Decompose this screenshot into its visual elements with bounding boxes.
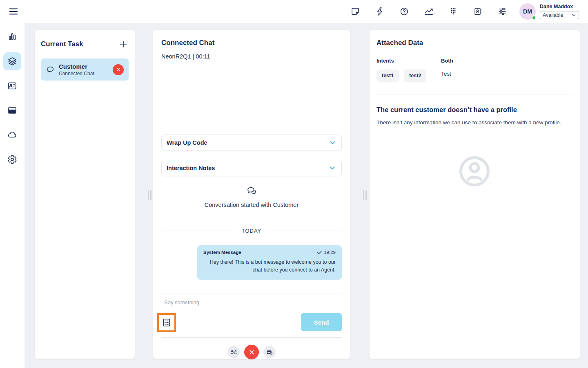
bar-chart-icon	[7, 32, 17, 42]
chat-bubble-icon	[46, 65, 55, 74]
workspace: Current Task Customer Connected Chat	[24, 23, 588, 368]
close-icon	[116, 67, 121, 72]
message-sender: System Message	[203, 250, 241, 255]
help-button[interactable]	[399, 7, 409, 16]
status-dot	[532, 16, 536, 20]
both-label: Both	[441, 58, 453, 64]
panel-resize-handle[interactable]	[148, 190, 151, 200]
delivered-check-icon	[317, 251, 322, 254]
attached-data-grid: Intents test1 test2 Both Test	[376, 58, 572, 82]
help-icon	[400, 7, 409, 16]
rail-item-apps-window[interactable]	[3, 101, 21, 119]
mask-icon	[266, 349, 273, 356]
day-divider: TODAY	[161, 228, 342, 234]
rail-item-cloud[interactable]	[3, 126, 21, 144]
rail-item-metrics[interactable]	[3, 28, 21, 46]
chevron-down-icon	[571, 13, 576, 18]
hamburger-menu-button[interactable]	[7, 4, 20, 18]
chevron-down-icon	[328, 164, 336, 172]
mask-button[interactable]	[263, 346, 276, 358]
gear-icon	[7, 155, 17, 164]
filters-button[interactable]	[497, 7, 507, 16]
end-chat-button[interactable]	[244, 345, 259, 359]
profile-placeholder	[458, 155, 491, 188]
notes-icon	[351, 7, 360, 16]
plus-icon	[119, 40, 128, 49]
divider	[161, 294, 342, 294]
close-icon	[249, 349, 255, 355]
task-type: Connected Chat	[59, 71, 113, 76]
no-profile-title: The current customer doesn’t have a prof…	[376, 106, 572, 114]
avatar-initials: DM	[523, 8, 532, 15]
dialpad-button[interactable]	[448, 7, 458, 16]
user-circle-icon	[458, 155, 491, 188]
layers-icon	[7, 56, 17, 66]
chat-meta: NeonR2Q1 | 00:11	[161, 53, 342, 60]
connected-chat-panel: Connected Chat NeonR2Q1 | 00:11 Wrap Up …	[153, 30, 350, 359]
user-name: Dane Maddox	[540, 4, 579, 9]
hamburger-icon	[8, 6, 19, 17]
contact-card-icon	[7, 81, 17, 91]
send-button[interactable]: Send	[301, 313, 342, 331]
window-icon	[7, 105, 17, 115]
conversation-start: Conversation started with Customer	[153, 186, 350, 208]
day-divider-label: TODAY	[242, 228, 262, 234]
intent-chip: test1	[376, 70, 399, 82]
message-text: Hey there! This is a bot message to welc…	[203, 258, 336, 274]
conversation-bubbles-icon	[246, 186, 257, 197]
task-name: Customer	[59, 63, 113, 70]
transfer-button[interactable]	[227, 346, 240, 358]
say-something-input[interactable]	[164, 298, 336, 307]
task-card-customer[interactable]: Customer Connected Chat	[41, 58, 129, 81]
current-task-title: Current Task	[41, 40, 83, 48]
lightning-icon	[375, 7, 384, 16]
annotation-highlight-box	[157, 313, 176, 332]
message-time: 19:29	[324, 250, 336, 255]
sliders-icon	[497, 7, 507, 16]
dialpad-icon	[449, 7, 458, 16]
chat-actions	[153, 345, 350, 359]
rail-item-contact-card[interactable]	[3, 77, 21, 95]
chat-title: Connected Chat	[161, 39, 342, 47]
rail-item-interactions[interactable]	[3, 52, 21, 70]
message-templates-button[interactable]	[160, 316, 173, 329]
attached-data-panel: Attached Data Intents test1 test2 Both T…	[370, 30, 580, 359]
wrap-up-code-dropdown[interactable]: Wrap Up Code	[161, 135, 342, 151]
conversation-start-text: Conversation started with Customer	[153, 202, 350, 208]
cloud-icon	[7, 130, 17, 140]
system-message-bubble: System Message 19:29 Hey there! This is …	[197, 245, 342, 280]
address-book-button[interactable]	[473, 7, 483, 16]
notes-button[interactable]	[350, 7, 360, 16]
address-book-icon	[473, 7, 482, 16]
both-value: Test	[441, 71, 453, 77]
topbar-actions: DM Dane Maddox Available	[336, 3, 579, 20]
interaction-notes-label: Interaction Notes	[167, 165, 215, 171]
rail-item-settings[interactable]	[3, 150, 21, 168]
quick-actions-button[interactable]	[375, 7, 385, 16]
intents-label: Intents	[376, 58, 441, 64]
analytics-button[interactable]	[424, 7, 434, 16]
chevron-down-icon	[328, 139, 336, 147]
interaction-notes-dropdown[interactable]: Interaction Notes	[161, 160, 342, 176]
divider	[376, 94, 572, 94]
add-task-button[interactable]	[118, 39, 129, 49]
message-status: 19:29	[317, 250, 336, 255]
panel-resize-handle[interactable]	[363, 190, 367, 200]
form-list-icon	[162, 318, 172, 328]
attached-data-title: Attached Data	[376, 39, 572, 47]
wrap-up-code-label: Wrap Up Code	[167, 139, 207, 146]
top-bar: DM Dane Maddox Available	[0, 0, 588, 23]
intent-chip: test2	[404, 70, 426, 82]
no-profile-text: There isn’t any information we can use t…	[376, 119, 568, 127]
divider	[161, 337, 342, 338]
avatar[interactable]: DM	[519, 3, 536, 20]
current-task-panel: Current Task Customer Connected Chat	[35, 30, 135, 359]
left-rail	[0, 23, 24, 368]
status-select[interactable]: Available	[540, 11, 579, 19]
user-chip: DM Dane Maddox Available	[519, 3, 579, 20]
task-close-button[interactable]	[113, 64, 124, 75]
status-select-value: Available	[543, 12, 564, 18]
line-chart-icon	[424, 7, 434, 16]
transfer-people-icon	[230, 349, 237, 356]
